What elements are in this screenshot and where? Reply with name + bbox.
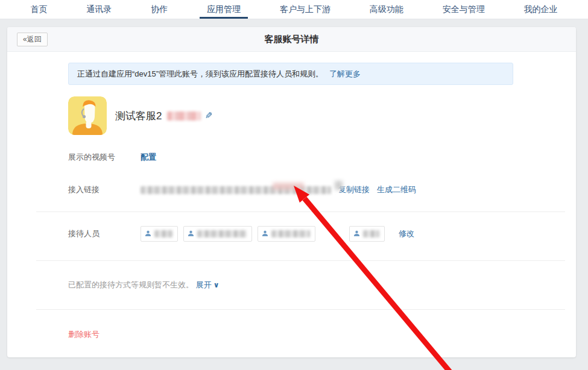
nav-tab[interactable]: 应用管理 [207,0,241,19]
section-divider [36,309,565,310]
card-header: «返回 客服账号详情 [7,27,576,52]
nav-tab[interactable]: 协作 [151,0,168,19]
page-title: 客服账号详情 [7,34,576,45]
staff-label: 接待人员 [68,228,141,239]
nav-tab[interactable]: 首页 [30,0,47,19]
notice-text: 正通过自建应用“dev15”管理此账号，须到该应用配置接待人员和规则。 [77,69,323,78]
staff-member-tag [349,226,385,242]
rules-row: 已配置的接待方式等规则暂不生效。 展开∨ [68,280,576,290]
pencil-icon[interactable]: ✎ [205,110,213,121]
redacted-name-suffix [167,111,201,121]
back-button[interactable]: «返回 [17,33,48,46]
customer-service-avatar-icon [68,96,107,135]
redacted-member-name [271,230,310,237]
expand-rules-link[interactable]: 展开∨ [196,280,220,289]
redacted-member-name [154,230,172,237]
chevron-down-icon: ∨ [213,281,220,289]
card-body: 正通过自建应用“dev15”管理此账号，须到该应用配置接待人员和规则。了解更多 … [7,52,576,340]
member-icon [145,230,154,239]
staff-row: 接待人员 修改 [68,226,576,242]
detail-card: «返回 客服账号详情 正通过自建应用“dev15”管理此账号，须到该应用配置接待… [7,27,576,357]
profile-row: 测试客服2 ✎ [68,96,576,135]
nav-tab[interactable]: 客户与上下游 [280,0,330,19]
account-name: 测试客服2 [115,109,162,123]
configure-video-link[interactable]: 配置 [141,152,156,163]
modify-staff-link[interactable]: 修改 [399,228,414,239]
staff-member-tag [141,226,178,242]
staff-member-tag [183,226,252,242]
learn-more-link[interactable]: 了解更多 [329,69,361,78]
member-icon [353,230,363,239]
access-link-label: 接入链接 [68,184,141,195]
redacted-access-url [141,186,331,194]
copy-link-button[interactable]: 复制链接 [338,184,370,195]
generate-qr-button[interactable]: 生成二维码 [377,184,416,195]
nav-tab[interactable]: 安全与管理 [443,0,485,19]
nav-tab[interactable]: 通讯录 [86,0,112,19]
redacted-member-name [197,230,247,237]
video-account-row: 展示的视频号 配置 [68,152,576,163]
video-account-label: 展示的视频号 [68,152,141,163]
access-link-row: 接入链接 复制链接 生成二维码 [68,184,576,195]
section-divider [36,212,565,212]
member-icon [188,230,197,239]
top-nav: 首页通讯录协作应用管理客户与上下游高级功能安全与管理我的企业 [0,0,588,19]
section-divider [36,260,565,261]
staff-member-tag [258,226,315,242]
member-icon [262,230,271,239]
rules-text: 已配置的接待方式等规则暂不生效。 [68,280,194,289]
nav-tab[interactable]: 高级功能 [370,0,403,19]
staff-tags [141,226,390,242]
delete-account-link[interactable]: 删除账号 [68,329,100,340]
nav-tab[interactable]: 我的企业 [524,0,558,19]
notice-banner: 正通过自建应用“dev15”管理此账号，须到该应用配置接待人员和规则。了解更多 [68,63,513,85]
redacted-member-name [363,230,379,237]
